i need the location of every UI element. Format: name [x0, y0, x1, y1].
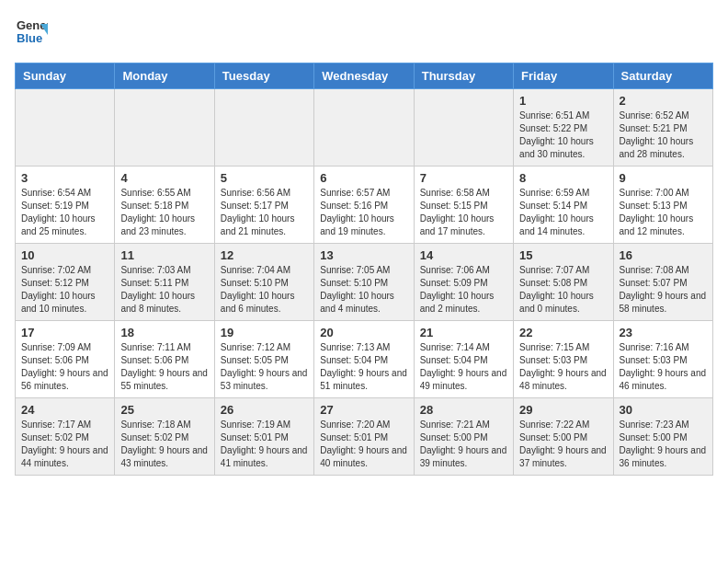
day-number: 26 [221, 403, 308, 417]
day-number: 19 [221, 326, 308, 339]
day-number: 30 [620, 403, 707, 417]
calendar-cell: 15Sunrise: 7:07 AMSunset: 5:08 PMDayligh… [514, 244, 613, 321]
day-number: 25 [120, 403, 208, 417]
day-number: 4 [120, 171, 208, 185]
day-number: 1 [519, 94, 607, 108]
calendar-cell: 3Sunrise: 6:54 AMSunset: 5:19 PMDaylight… [16, 167, 115, 244]
day-info: Sunrise: 6:54 AMSunset: 5:19 PMDaylight:… [21, 187, 108, 238]
day-info: Sunrise: 6:51 AMSunset: 5:22 PMDaylight:… [519, 109, 607, 161]
day-number: 27 [320, 403, 407, 417]
calendar-cell: 30Sunrise: 7:23 AMSunset: 5:00 PMDayligh… [613, 398, 712, 476]
day-info: Sunrise: 7:17 AMSunset: 5:02 PMDaylight:… [21, 419, 108, 470]
calendar-cell: 24Sunrise: 7:17 AMSunset: 5:02 PMDayligh… [16, 398, 115, 476]
day-info: Sunrise: 7:14 AMSunset: 5:04 PMDaylight:… [420, 341, 507, 393]
day-info: Sunrise: 7:19 AMSunset: 5:01 PMDaylight:… [221, 419, 308, 470]
day-number: 9 [620, 171, 707, 185]
calendar-cell: 4Sunrise: 6:55 AMSunset: 5:18 PMDaylight… [115, 167, 214, 244]
calendar-cell: 5Sunrise: 6:56 AMSunset: 5:17 PMDaylight… [214, 167, 313, 244]
calendar-cell: 16Sunrise: 7:08 AMSunset: 5:07 PMDayligh… [613, 244, 712, 321]
day-info: Sunrise: 7:05 AMSunset: 5:10 PMDaylight:… [320, 264, 407, 316]
calendar-cell: 6Sunrise: 6:57 AMSunset: 5:16 PMDaylight… [314, 167, 414, 244]
week-row-4: 17Sunrise: 7:09 AMSunset: 5:06 PMDayligh… [16, 321, 713, 398]
day-info: Sunrise: 6:59 AMSunset: 5:14 PMDaylight:… [519, 187, 607, 238]
calendar-cell: 11Sunrise: 7:03 AMSunset: 5:11 PMDayligh… [115, 244, 214, 321]
day-number: 5 [221, 171, 308, 185]
day-header-wednesday: Wednesday [314, 63, 414, 89]
calendar-cell: 18Sunrise: 7:11 AMSunset: 5:06 PMDayligh… [115, 321, 214, 398]
calendar-cell: 27Sunrise: 7:20 AMSunset: 5:01 PMDayligh… [314, 398, 414, 476]
calendar-cell: 8Sunrise: 6:59 AMSunset: 5:14 PMDaylight… [514, 167, 613, 244]
week-row-3: 10Sunrise: 7:02 AMSunset: 5:12 PMDayligh… [16, 244, 713, 321]
svg-text:Blue: Blue [17, 31, 42, 45]
calendar-cell: 7Sunrise: 6:58 AMSunset: 5:15 PMDaylight… [414, 167, 513, 244]
calendar-body: 1Sunrise: 6:51 AMSunset: 5:22 PMDaylight… [16, 89, 713, 476]
day-number: 2 [620, 94, 707, 108]
day-info: Sunrise: 7:22 AMSunset: 5:00 PMDaylight:… [519, 419, 607, 470]
calendar-cell: 22Sunrise: 7:15 AMSunset: 5:03 PMDayligh… [514, 321, 613, 398]
calendar-cell [115, 89, 214, 167]
calendar-cell [214, 89, 313, 167]
day-number: 6 [320, 171, 407, 185]
day-info: Sunrise: 7:23 AMSunset: 5:00 PMDaylight:… [620, 419, 707, 470]
calendar-cell [314, 89, 414, 167]
day-number: 3 [21, 171, 108, 185]
calendar-cell: 21Sunrise: 7:14 AMSunset: 5:04 PMDayligh… [414, 321, 513, 398]
day-number: 28 [420, 403, 507, 417]
day-number: 23 [620, 326, 707, 339]
calendar-cell: 23Sunrise: 7:16 AMSunset: 5:03 PMDayligh… [613, 321, 712, 398]
calendar-cell: 29Sunrise: 7:22 AMSunset: 5:00 PMDayligh… [514, 398, 613, 476]
day-info: Sunrise: 6:56 AMSunset: 5:17 PMDaylight:… [221, 187, 308, 238]
day-info: Sunrise: 6:55 AMSunset: 5:18 PMDaylight:… [120, 187, 208, 238]
calendar-cell: 10Sunrise: 7:02 AMSunset: 5:12 PMDayligh… [16, 244, 115, 321]
calendar-cell: 26Sunrise: 7:19 AMSunset: 5:01 PMDayligh… [214, 398, 313, 476]
day-info: Sunrise: 7:00 AMSunset: 5:13 PMDaylight:… [620, 187, 707, 238]
calendar-cell: 25Sunrise: 7:18 AMSunset: 5:02 PMDayligh… [115, 398, 214, 476]
day-number: 7 [420, 171, 507, 185]
day-number: 18 [120, 326, 208, 339]
calendar-cell: 2Sunrise: 6:52 AMSunset: 5:21 PMDaylight… [613, 89, 712, 167]
day-info: Sunrise: 6:57 AMSunset: 5:16 PMDaylight:… [320, 187, 407, 238]
calendar-header: SundayMondayTuesdayWednesdayThursdayFrid… [16, 63, 713, 89]
calendar-cell: 12Sunrise: 7:04 AMSunset: 5:10 PMDayligh… [214, 244, 313, 321]
day-header-thursday: Thursday [414, 63, 513, 89]
week-row-2: 3Sunrise: 6:54 AMSunset: 5:19 PMDaylight… [16, 167, 713, 244]
day-info: Sunrise: 7:04 AMSunset: 5:10 PMDaylight:… [221, 264, 308, 316]
calendar-cell [16, 89, 115, 167]
day-number: 14 [420, 248, 507, 262]
day-info: Sunrise: 7:02 AMSunset: 5:12 PMDaylight:… [21, 264, 108, 316]
day-info: Sunrise: 7:11 AMSunset: 5:06 PMDaylight:… [120, 341, 208, 393]
calendar-table: SundayMondayTuesdayWednesdayThursdayFrid… [15, 63, 713, 476]
day-info: Sunrise: 7:18 AMSunset: 5:02 PMDaylight:… [120, 419, 208, 470]
calendar-cell: 14Sunrise: 7:06 AMSunset: 5:09 PMDayligh… [414, 244, 513, 321]
week-row-5: 24Sunrise: 7:17 AMSunset: 5:02 PMDayligh… [16, 398, 713, 476]
day-number: 17 [21, 326, 108, 339]
day-info: Sunrise: 7:12 AMSunset: 5:05 PMDaylight:… [221, 341, 308, 393]
day-number: 10 [21, 248, 108, 262]
day-info: Sunrise: 6:52 AMSunset: 5:21 PMDaylight:… [620, 109, 707, 161]
calendar-cell: 17Sunrise: 7:09 AMSunset: 5:06 PMDayligh… [16, 321, 115, 398]
day-number: 21 [420, 326, 507, 339]
day-info: Sunrise: 7:13 AMSunset: 5:04 PMDaylight:… [320, 341, 407, 393]
day-number: 20 [320, 326, 407, 339]
calendar-cell: 20Sunrise: 7:13 AMSunset: 5:04 PMDayligh… [314, 321, 414, 398]
day-info: Sunrise: 7:20 AMSunset: 5:01 PMDaylight:… [320, 419, 407, 470]
day-info: Sunrise: 7:06 AMSunset: 5:09 PMDaylight:… [420, 264, 507, 316]
day-number: 11 [120, 248, 208, 262]
day-info: Sunrise: 7:16 AMSunset: 5:03 PMDaylight:… [620, 341, 707, 393]
calendar-cell: 13Sunrise: 7:05 AMSunset: 5:10 PMDayligh… [314, 244, 414, 321]
day-info: Sunrise: 7:09 AMSunset: 5:06 PMDaylight:… [21, 341, 108, 393]
day-header-tuesday: Tuesday [214, 63, 313, 89]
day-number: 12 [221, 248, 308, 262]
day-number: 13 [320, 248, 407, 262]
calendar-cell [414, 89, 513, 167]
day-info: Sunrise: 7:03 AMSunset: 5:11 PMDaylight:… [120, 264, 208, 316]
logo: General Blue [15, 15, 51, 52]
day-number: 15 [519, 248, 607, 262]
day-number: 24 [21, 403, 108, 417]
day-info: Sunrise: 7:08 AMSunset: 5:07 PMDaylight:… [620, 264, 707, 316]
day-info: Sunrise: 7:21 AMSunset: 5:00 PMDaylight:… [420, 419, 507, 470]
calendar-cell: 28Sunrise: 7:21 AMSunset: 5:00 PMDayligh… [414, 398, 513, 476]
day-header-saturday: Saturday [613, 63, 712, 89]
page-header: General Blue [15, 15, 713, 52]
day-number: 29 [519, 403, 607, 417]
